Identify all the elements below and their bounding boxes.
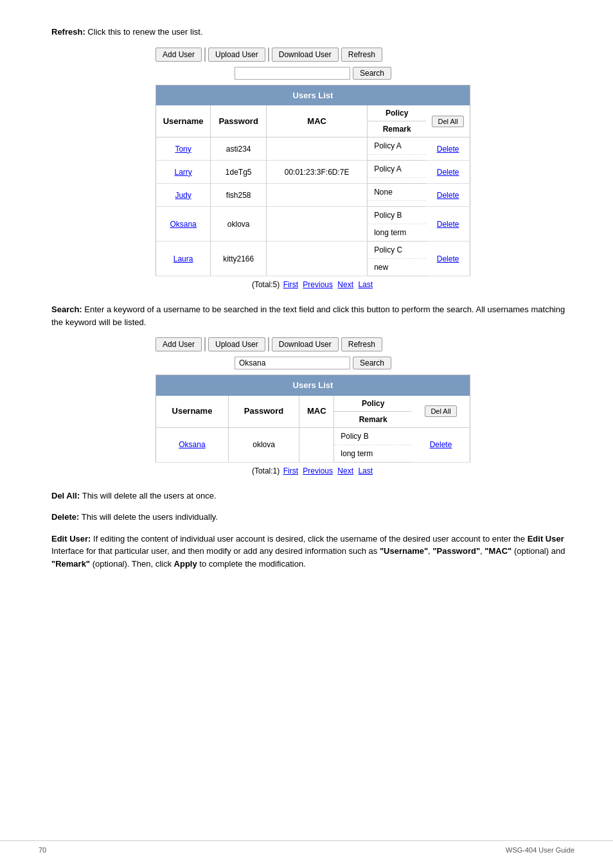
del-all-button1[interactable]: Del All <box>432 116 463 127</box>
refresh-button1[interactable]: Refresh <box>341 48 382 62</box>
delete-link[interactable]: Delete <box>437 168 459 177</box>
del-all-label: Del All: <box>51 491 80 500</box>
upload-user-button1[interactable]: Upload User <box>208 48 265 62</box>
toolbar1: Add User Upload User Download User Refre… <box>155 48 470 62</box>
col-username1: Username <box>156 105 211 137</box>
upload-user-button2[interactable]: Upload User <box>208 337 265 351</box>
username-link[interactable]: Oksana <box>170 220 196 229</box>
search-label: Search: <box>51 305 82 314</box>
delete-link[interactable]: Delete <box>437 191 459 200</box>
total1: (Total:5) <box>252 280 280 289</box>
table-row: OksanaoklovaPolicy BDelete <box>156 427 470 445</box>
col-username2: Username <box>156 396 229 428</box>
table-row: Larry1deTg500:01:23:3F:6D:7EPolicy ADele… <box>156 161 470 178</box>
download-user-button1[interactable]: Download User <box>272 48 339 62</box>
username-link[interactable]: Judy <box>175 191 191 200</box>
delete-link[interactable]: Delete <box>437 145 459 154</box>
refresh-label: Refresh: <box>51 27 85 37</box>
total2: (Total:1) <box>252 466 280 475</box>
separator1 <box>204 48 206 62</box>
search-input2[interactable] <box>235 357 350 369</box>
username-link[interactable]: Tony <box>175 145 191 154</box>
separator3 <box>204 337 206 351</box>
del-all-cell2: Del All <box>412 396 470 428</box>
delete-link[interactable]: Delete <box>437 220 459 229</box>
col-remark2: Remark <box>334 411 412 427</box>
users-table1: Users List Username Password MAC Policy … <box>155 85 470 277</box>
username-link[interactable]: Oksana <box>179 440 205 449</box>
refresh-intro: Refresh: Click this to renew the user li… <box>51 26 574 39</box>
col-policy2: Policy <box>334 396 412 412</box>
add-user-button2[interactable]: Add User <box>155 337 202 351</box>
table-row: Laurakitty2166Policy CDelete <box>156 242 470 259</box>
table-row: Tonyasti234Policy ADelete <box>156 137 470 155</box>
separator2 <box>268 48 269 62</box>
table-row: Judyfish258NoneDelete <box>156 184 470 201</box>
col-mac1: MAC <box>267 105 368 137</box>
col-password2: Password <box>228 396 299 428</box>
delete-link[interactable]: Delete <box>437 254 459 263</box>
pagination1: (Total:5) First Previous Next Last <box>155 279 470 290</box>
toolbar2: Add User Upload User Download User Refre… <box>155 337 470 351</box>
table-row: OksanaoklovaPolicy BDelete <box>156 207 470 224</box>
first-link1[interactable]: First <box>283 280 298 289</box>
users-table2: Users List Username Password MAC Policy … <box>155 375 470 463</box>
add-user-button1[interactable]: Add User <box>155 48 202 62</box>
prev-link2[interactable]: Previous <box>303 466 333 475</box>
refresh-button2[interactable]: Refresh <box>341 337 382 351</box>
table2-title: Users List <box>156 375 470 396</box>
col-remark1: Remark <box>368 121 426 137</box>
del-all-button2[interactable]: Del All <box>425 405 456 417</box>
del-all-cell1: Del All <box>426 105 470 137</box>
edit-user-label: Edit User: <box>51 534 91 544</box>
search-bar1: Search <box>155 67 470 80</box>
search-bar2: Search <box>155 357 470 369</box>
next-link2[interactable]: Next <box>337 466 353 475</box>
search-button2[interactable]: Search <box>353 357 391 369</box>
col-password1: Password <box>211 105 267 137</box>
download-user-button2[interactable]: Download User <box>272 337 339 351</box>
table1-title: Users List <box>156 85 470 105</box>
last-link2[interactable]: Last <box>358 466 373 475</box>
username-link[interactable]: Larry <box>174 168 191 177</box>
username-link[interactable]: Laura <box>173 254 193 263</box>
separator4 <box>268 337 269 351</box>
last-link1[interactable]: Last <box>358 280 373 289</box>
search-button1[interactable]: Search <box>353 67 391 80</box>
first-link2[interactable]: First <box>283 466 298 475</box>
prev-link1[interactable]: Previous <box>303 280 333 289</box>
next-link1[interactable]: Next <box>337 280 353 289</box>
delete-link[interactable]: Delete <box>430 440 452 449</box>
pagination2: (Total:1) First Previous Next Last <box>155 465 470 477</box>
search-input1[interactable] <box>235 67 350 80</box>
delete-label: Delete: <box>51 512 79 522</box>
search-section: Search: Enter a keyword of a username to… <box>51 303 574 328</box>
col-policy1: Policy <box>368 105 426 121</box>
col-mac2: MAC <box>299 396 334 428</box>
del-all-section: Del All: This will delete all the users … <box>51 490 574 571</box>
